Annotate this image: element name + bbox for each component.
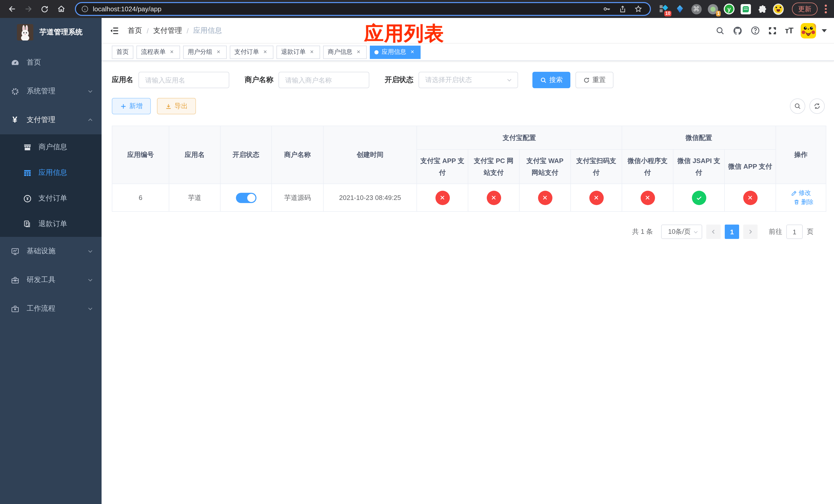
breadcrumb-separator: /	[187, 26, 189, 35]
sidebar-item-pay[interactable]: ¥ 支付管理	[0, 106, 102, 134]
puzzle-icon	[757, 4, 767, 14]
app-name-input[interactable]	[138, 72, 229, 88]
sidebar-item-app-info[interactable]: 应用信息	[0, 160, 102, 186]
sidebar-item-system[interactable]: 系统管理	[0, 77, 102, 106]
url-text[interactable]: localhost:1024/pay/app	[93, 5, 603, 13]
cell-actions: 修改 删除	[776, 184, 826, 211]
show-search-button[interactable]	[790, 98, 805, 114]
filter-status-label: 开启状态	[385, 75, 413, 85]
select-placeholder: 请选择开启状态	[425, 75, 506, 85]
status-check-icon	[692, 190, 706, 205]
user-avatar[interactable]	[801, 23, 816, 38]
prev-page-button[interactable]	[706, 225, 721, 239]
add-button[interactable]: 新增	[112, 98, 151, 114]
tab-app-info[interactable]: 应用信息×	[370, 45, 421, 59]
navbar: 首页 / 支付管理 / 应用信息 тT	[102, 18, 834, 44]
edit-button[interactable]: 修改	[791, 189, 811, 198]
chevron-down-icon	[693, 229, 699, 234]
tab-refund-order[interactable]: 退款订单×	[277, 45, 320, 59]
merchant-name-input[interactable]	[279, 72, 369, 88]
tab-home[interactable]: 首页	[112, 45, 133, 59]
site-info-icon[interactable]	[81, 5, 89, 13]
extension-puzzle-icon[interactable]	[756, 4, 767, 14]
toolbox-icon	[10, 276, 20, 284]
browser-update-button[interactable]: 更新	[792, 3, 818, 15]
close-icon[interactable]: ×	[308, 48, 315, 55]
extension-emoji-avatar[interactable]	[773, 4, 784, 14]
help-icon[interactable]	[751, 26, 761, 36]
svg-text:¥: ¥	[26, 197, 28, 201]
extension-kite-icon[interactable]	[675, 4, 685, 14]
tab-pay-order[interactable]: 支付订单×	[230, 45, 273, 59]
tab-process-form[interactable]: 流程表单×	[136, 45, 180, 59]
refresh-icon	[813, 102, 821, 110]
browser-menu-button[interactable]	[825, 5, 827, 13]
browser-home-button[interactable]	[54, 2, 68, 16]
col-header-wx-lite: 微信小程序支付	[622, 150, 673, 184]
close-icon[interactable]: ×	[262, 48, 269, 55]
logo-rabbit-image	[17, 24, 33, 41]
github-icon[interactable]	[733, 25, 743, 36]
col-header-name: 应用名	[169, 126, 220, 184]
status-x-icon	[589, 190, 603, 205]
extension-y-icon[interactable]: y	[724, 4, 734, 14]
col-header-alipay-wap: 支付宝 WAP 网站支付	[519, 150, 571, 184]
breadcrumb-current: 应用信息	[193, 26, 222, 35]
extension-chat-icon[interactable]	[740, 4, 751, 14]
close-icon[interactable]: ×	[355, 48, 362, 55]
sidebar-item-infra[interactable]: 基础设施	[0, 237, 102, 266]
sidebar-item-merchant-info[interactable]: 商户信息	[0, 134, 102, 160]
sidebar-item-refund-order[interactable]: 退款订单	[0, 211, 102, 237]
table-toolbar: 新增 导出	[112, 98, 825, 114]
close-icon[interactable]: ×	[215, 48, 222, 55]
search-icon	[794, 102, 801, 110]
yen-icon: ¥	[10, 115, 20, 125]
export-button[interactable]: 导出	[157, 98, 196, 114]
close-icon[interactable]: ×	[168, 48, 175, 55]
extension-command-icon[interactable]: ⌘	[691, 4, 702, 14]
fullscreen-icon[interactable]	[768, 26, 777, 35]
extension-recorder-icon[interactable]: 1	[707, 4, 718, 14]
sidebar-item-pay-order[interactable]: ¥ 支付订单	[0, 186, 102, 211]
sidebar-collapse-button[interactable]	[109, 25, 124, 36]
sidebar-item-home[interactable]: 首页	[0, 48, 102, 77]
goto-page-input[interactable]	[786, 225, 803, 239]
edit-pen-icon	[791, 190, 797, 196]
tab-merchant-info[interactable]: 商户信息×	[323, 45, 367, 59]
bookmark-star-icon[interactable]	[634, 5, 643, 13]
status-x-icon	[435, 190, 449, 205]
search-icon[interactable]	[716, 26, 725, 35]
browser-reload-button[interactable]	[38, 2, 51, 16]
extension-tabs-icon[interactable]: 10	[658, 4, 669, 14]
breadcrumb-home[interactable]: 首页	[128, 26, 142, 35]
status-toggle[interactable]	[236, 192, 256, 203]
password-key-icon[interactable]	[603, 5, 611, 13]
sidebar-logo[interactable]: 芋道管理系统	[0, 18, 102, 47]
page-number-1[interactable]: 1	[725, 225, 739, 239]
search-button[interactable]: 搜索	[532, 72, 570, 88]
status-select[interactable]: 请选择开启状态	[419, 72, 518, 88]
font-size-icon[interactable]: тT	[785, 26, 793, 35]
avatar-dropdown-caret[interactable]	[822, 29, 827, 32]
next-page-button[interactable]	[743, 225, 758, 239]
breadcrumb-pay[interactable]: 支付管理	[153, 26, 182, 35]
browser-forward-button[interactable]	[22, 2, 35, 16]
close-icon[interactable]: ×	[409, 48, 416, 55]
url-bar[interactable]: localhost:1024/pay/app	[75, 2, 651, 16]
col-group-alipay: 支付宝配置	[417, 126, 622, 150]
page-unit-label: 页	[807, 227, 813, 236]
chevron-down-icon	[87, 305, 93, 312]
col-header-status: 开启状态	[220, 126, 271, 184]
col-header-id: 应用编号	[112, 126, 169, 184]
reset-button[interactable]: 重置	[575, 72, 613, 88]
page-size-select[interactable]: 10条/页	[661, 225, 702, 239]
delete-button[interactable]: 删除	[793, 198, 813, 206]
browser-back-button[interactable]	[5, 2, 19, 16]
share-icon[interactable]	[619, 5, 627, 13]
cell-wx-jsapi	[673, 184, 724, 211]
sidebar-item-workflow[interactable]: 工作流程	[0, 294, 102, 323]
tab-user-group[interactable]: 用户分组×	[183, 45, 227, 59]
status-x-icon	[743, 190, 757, 205]
sidebar-item-devtools[interactable]: 研发工具	[0, 266, 102, 294]
refresh-table-button[interactable]	[809, 98, 825, 114]
